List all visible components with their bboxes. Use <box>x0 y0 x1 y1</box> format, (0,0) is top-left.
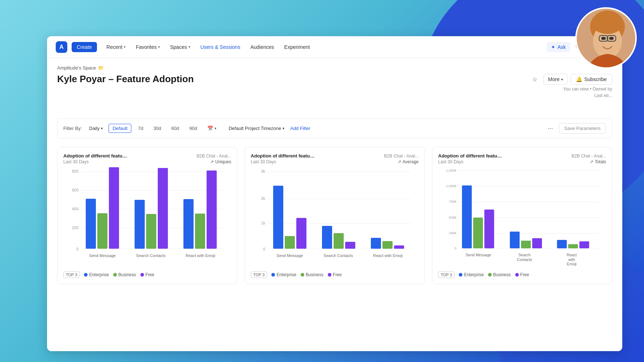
svg-text:500k: 500k <box>449 215 457 219</box>
chart-card-3: Adoption of different features by plan .… <box>432 147 612 284</box>
nav-item-spaces[interactable]: Spaces ▾ <box>166 41 194 53</box>
nav-label-recent: Recent <box>106 44 122 50</box>
svg-rect-35 <box>345 242 355 249</box>
chart-card-1: Adoption of different features by plan .… <box>57 147 237 284</box>
subscribe-label: Subscribe <box>584 76 607 82</box>
svg-rect-62 <box>579 241 589 248</box>
svg-rect-59 <box>532 238 542 248</box>
legend-business-3: Business <box>488 272 511 277</box>
svg-rect-60 <box>557 240 567 248</box>
calendar-button[interactable]: 📅 ▾ <box>204 124 220 132</box>
svg-rect-34 <box>334 233 344 249</box>
svg-text:Search Contacts: Search Contacts <box>136 253 166 258</box>
svg-text:3k: 3k <box>261 169 265 173</box>
nav-item-recent[interactable]: Recent ▾ <box>103 41 129 53</box>
svg-point-76 <box>592 14 623 34</box>
svg-text:2k: 2k <box>261 196 265 201</box>
svg-rect-37 <box>382 241 393 249</box>
svg-text:200: 200 <box>72 226 79 230</box>
svg-rect-54 <box>462 185 472 248</box>
svg-rect-38 <box>394 245 404 249</box>
svg-text:1,250k: 1,250k <box>446 168 457 172</box>
chart-header-1: Adoption of different features by plan .… <box>63 153 231 164</box>
chart-svg-2: 3k 2k 1k 0 <box>251 167 419 269</box>
create-button[interactable]: Create <box>72 42 97 52</box>
legend-top3-2: TOP 3 <box>251 272 267 278</box>
ask-button[interactable]: ✦ Ask <box>547 42 570 52</box>
add-filter-button[interactable]: Add Filter <box>290 126 310 131</box>
chevron-down-icon: ▾ <box>283 126 284 130</box>
nav-label-audiences: Audiences <box>250 44 274 50</box>
chart-svg-1: 800 600 400 200 0 <box>63 167 231 269</box>
svg-text:800: 800 <box>72 169 79 173</box>
filter-label: Filter By: <box>63 126 82 131</box>
chart-subtitle-3: B2B Chat - Anal... <box>572 153 606 159</box>
svg-rect-55 <box>473 218 483 248</box>
period-90d-button[interactable]: 90d <box>186 124 201 132</box>
svg-rect-72 <box>609 37 614 40</box>
chart-title-2: Adoption of different features by plan .… <box>251 153 316 159</box>
legend-enterprise-1: Enterprise <box>84 272 109 277</box>
chart-legend-3: TOP 3 Enterprise Business Free <box>438 272 606 278</box>
default-period-button[interactable]: Default <box>109 124 131 133</box>
breadcrumb-label[interactable]: Amplitude's Space <box>57 65 96 71</box>
svg-rect-33 <box>322 226 332 249</box>
owned-text: You can view • Owned by <box>563 87 612 92</box>
subscribe-icon: 🔔 <box>576 76 582 82</box>
charts-grid: Adoption of different features by plan .… <box>57 147 612 284</box>
logo[interactable]: A <box>56 41 67 53</box>
chart-card-2: Adoption of different features by plan .… <box>245 147 425 284</box>
svg-rect-10 <box>86 199 96 249</box>
nav-label-spaces: Spaces <box>170 44 187 50</box>
legend-enterprise-2: Enterprise <box>271 272 296 277</box>
user-avatar[interactable] <box>575 7 637 69</box>
more-label: More <box>548 76 560 82</box>
chart-days-2: Last 30 Days <box>251 159 276 164</box>
svg-text:250k: 250k <box>449 231 457 235</box>
metric-icon-3: ↗ <box>590 159 593 164</box>
svg-text:Send Message: Send Message <box>276 253 303 258</box>
chart-title-3: Adoption of different features by plan .… <box>438 153 503 159</box>
svg-text:Search Contacts: Search Contacts <box>323 253 353 258</box>
ask-icon: ✦ <box>551 44 555 50</box>
period-7d-button[interactable]: 7d <box>134 124 147 132</box>
svg-rect-13 <box>135 200 145 249</box>
svg-text:React with Emoji: React with Emoji <box>373 253 403 258</box>
svg-text:0: 0 <box>263 247 265 251</box>
period-60d-button[interactable]: 60d <box>168 124 183 132</box>
svg-rect-56 <box>484 210 494 248</box>
nav-label-experiment: Experiment <box>284 44 310 50</box>
nav-item-experiment[interactable]: Experiment <box>281 41 314 53</box>
svg-text:Send Message: Send Message <box>89 253 115 258</box>
chevron-down-icon: ▾ <box>215 126 216 130</box>
period-30d-button[interactable]: 30d <box>150 124 165 132</box>
timezone-value: Default Project Timezone <box>229 126 281 131</box>
legend-top3-3: TOP 3 <box>438 272 454 278</box>
more-button[interactable]: More ▾ <box>543 74 568 85</box>
nav-item-favorites[interactable]: Favorites ▾ <box>132 41 164 53</box>
chart-metric-3: ↗ Totals <box>590 159 606 164</box>
svg-rect-36 <box>371 238 381 249</box>
save-parameters-button[interactable]: Save Parameters <box>559 123 606 134</box>
chart-svg-3: 1,250k 1,000k 750k 500k 250k 0 <box>438 167 606 269</box>
timezone-dropdown[interactable]: Default Project Timezone ▾ <box>226 124 287 132</box>
svg-rect-15 <box>158 168 168 249</box>
granularity-dropdown[interactable]: Daily ▾ <box>86 124 106 132</box>
main-container: A Create Recent ▾ Favorites ▾ Spaces ▾ U… <box>47 36 622 351</box>
chart-days-1: Last 30 Days <box>63 159 89 164</box>
nav-item-users-sessions[interactable]: Users & Sessions <box>197 41 244 53</box>
svg-text:0: 0 <box>76 247 79 251</box>
svg-rect-32 <box>296 218 306 249</box>
star-button[interactable]: ☆ <box>529 73 541 85</box>
ask-label: Ask <box>558 44 566 50</box>
legend-enterprise-3: Enterprise <box>459 272 484 277</box>
chevron-down-icon: ▾ <box>158 45 160 49</box>
content-area: Amplitude's Space 📁 Kyle Poyar – Feature… <box>47 58 622 291</box>
chart-legend-1: TOP 3 Enterprise Business Free <box>63 272 231 278</box>
svg-rect-14 <box>146 214 156 249</box>
subscribe-button[interactable]: 🔔 Subscribe <box>571 74 612 85</box>
svg-text:1,000k: 1,000k <box>446 184 457 188</box>
nav-item-audiences[interactable]: Audiences <box>247 41 277 53</box>
nav-label-users-sessions: Users & Sessions <box>200 44 240 50</box>
more-dots-button[interactable]: ··· <box>545 123 556 134</box>
